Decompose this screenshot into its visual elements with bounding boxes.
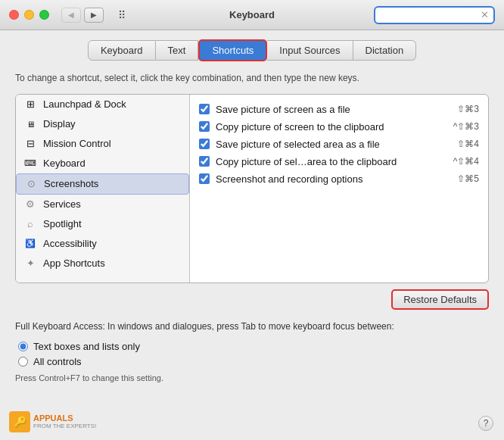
left-panel-label: Screenshots bbox=[44, 178, 98, 189]
left-panel-label: Services bbox=[43, 198, 81, 210]
tab-dictation[interactable]: Dictation bbox=[353, 40, 417, 61]
back-button[interactable]: ◀ bbox=[61, 8, 81, 23]
left-panel-item-spotlight[interactable]: Spotlight bbox=[16, 214, 189, 234]
shortcut-label-1: Copy picture of screen to the clipboard bbox=[216, 121, 447, 133]
logo-icon: 🔑 bbox=[14, 416, 26, 428]
minimize-button[interactable] bbox=[24, 10, 34, 20]
tab-text[interactable]: Text bbox=[156, 40, 199, 61]
keyboard-access-text: Full Keyboard Access: In windows and dia… bbox=[15, 320, 489, 333]
shortcut-row-3: Copy picture of sel…area to the clipboar… bbox=[198, 153, 481, 170]
close-button[interactable] bbox=[9, 10, 19, 20]
shortcut-checkbox-1[interactable] bbox=[199, 121, 210, 132]
left-panel-item-services[interactable]: Services bbox=[16, 195, 189, 214]
shortcut-row-0: Save picture of screen as a file⇧⌘3 bbox=[198, 101, 481, 118]
nav-buttons: ◀ ▶ bbox=[61, 8, 104, 23]
window-title: Keyboard bbox=[229, 9, 275, 20]
shortcut-row-2: Save picture of selected area as a file⇧… bbox=[198, 136, 481, 153]
description-text: To change a shortcut, select it, click t… bbox=[15, 72, 489, 85]
accessibility-icon bbox=[23, 237, 37, 251]
shortcut-label-2: Save picture of selected area as a file bbox=[216, 139, 451, 150]
help-button[interactable]: ? bbox=[478, 416, 493, 431]
spotlight-icon bbox=[23, 217, 37, 231]
shortcut-keys-0: ⇧⌘3 bbox=[457, 104, 479, 114]
forward-button[interactable]: ▶ bbox=[84, 8, 104, 23]
radio-label-text-boxes: Text boxes and lists only bbox=[33, 341, 140, 352]
grid-button[interactable]: ⠿ bbox=[114, 8, 129, 23]
tab-shortcuts[interactable]: Shortcuts bbox=[198, 39, 267, 61]
tab-input-sources[interactable]: Input Sources bbox=[267, 40, 353, 61]
tab-keyboard[interactable]: Keyboard bbox=[88, 40, 156, 61]
split-area: Launchpad & DockDisplayMission ControlKe… bbox=[15, 94, 489, 283]
left-panel-label: Display bbox=[43, 118, 76, 130]
radio-label-all-controls: All controls bbox=[33, 356, 82, 367]
left-panel-label: Keyboard bbox=[43, 158, 86, 169]
shortcut-label-4: Screenshot and recording options bbox=[216, 173, 451, 185]
brand-name: APPUALS bbox=[33, 413, 96, 423]
search-input[interactable] bbox=[380, 10, 478, 20]
tabs: Keyboard Text Shortcuts Input Sources Di… bbox=[15, 39, 489, 61]
shortcut-checkbox-3[interactable] bbox=[199, 156, 210, 167]
mission-icon bbox=[23, 137, 37, 151]
shortcut-keys-4: ⇧⌘5 bbox=[457, 173, 479, 184]
maximize-button[interactable] bbox=[39, 10, 49, 20]
shortcut-label-0: Save picture of screen as a file bbox=[216, 104, 451, 115]
radio-item-text-boxes: Text boxes and lists only bbox=[18, 341, 489, 352]
shortcut-row-1: Copy picture of screen to the clipboard^… bbox=[198, 118, 481, 136]
left-panel-item-mission[interactable]: Mission Control bbox=[16, 134, 189, 154]
logo-box: 🔑 bbox=[9, 411, 30, 432]
left-panel-label: App Shortcuts bbox=[43, 257, 105, 269]
left-panel-label: Spotlight bbox=[43, 218, 82, 229]
left-panel-item-launchpad[interactable]: Launchpad & Dock bbox=[16, 95, 189, 114]
search-box[interactable]: ✕ bbox=[374, 6, 495, 24]
shortcut-checkbox-4[interactable] bbox=[199, 173, 210, 184]
footer: 🔑 APPUALS FROM THE EXPERTS! bbox=[9, 411, 96, 432]
titlebar: ◀ ▶ ⠿ Keyboard ✕ bbox=[0, 0, 504, 30]
restore-defaults-button[interactable]: Restore Defaults bbox=[391, 289, 489, 310]
left-panel-label: Mission Control bbox=[43, 138, 111, 149]
radio-group: Text boxes and lists onlyAll controls bbox=[18, 341, 489, 367]
left-panel-label: Launchpad & Dock bbox=[43, 98, 126, 110]
search-clear-icon[interactable]: ✕ bbox=[481, 9, 489, 20]
shortcut-checkbox-2[interactable] bbox=[199, 139, 210, 149]
bottom-area: Full Keyboard Access: In windows and dia… bbox=[15, 320, 489, 382]
screenshot-icon bbox=[24, 177, 38, 191]
left-panel-item-app-shortcuts[interactable]: App Shortcuts bbox=[16, 254, 189, 273]
radio-item-all-controls: All controls bbox=[18, 356, 489, 367]
restore-area: Restore Defaults bbox=[15, 289, 489, 310]
radio-all-controls[interactable] bbox=[18, 357, 28, 367]
appshortcuts-icon bbox=[23, 257, 37, 270]
left-panel-item-display[interactable]: Display bbox=[16, 114, 189, 134]
window-content: Keyboard Text Shortcuts Input Sources Di… bbox=[0, 30, 504, 390]
shortcut-keys-2: ⇧⌘4 bbox=[457, 139, 479, 149]
keyboard-icon bbox=[23, 157, 37, 170]
shortcut-checkbox-0[interactable] bbox=[199, 104, 210, 114]
logo-tagline: FROM THE EXPERTS! bbox=[33, 423, 96, 430]
left-panel: Launchpad & DockDisplayMission ControlKe… bbox=[16, 95, 190, 282]
traffic-lights bbox=[9, 10, 49, 20]
services-icon bbox=[23, 198, 37, 211]
display-icon bbox=[23, 117, 37, 131]
shortcut-keys-3: ^⇧⌘4 bbox=[453, 156, 479, 167]
left-panel-item-keyboard[interactable]: Keyboard bbox=[16, 154, 189, 173]
left-panel-item-accessibility[interactable]: Accessibility bbox=[16, 234, 189, 254]
right-panel: Save picture of screen as a file⇧⌘3Copy … bbox=[190, 95, 488, 282]
shortcut-keys-1: ^⇧⌘3 bbox=[453, 121, 479, 132]
press-note: Press Control+F7 to change this setting. bbox=[15, 373, 489, 382]
shortcut-row-4: Screenshot and recording options⇧⌘5 bbox=[198, 170, 481, 188]
left-panel-label: Accessibility bbox=[43, 238, 97, 249]
launchpad-icon bbox=[23, 98, 37, 111]
left-panel-item-screenshots[interactable]: Screenshots bbox=[16, 173, 189, 195]
shortcut-label-3: Copy picture of sel…area to the clipboar… bbox=[216, 156, 447, 167]
radio-text-boxes[interactable] bbox=[18, 342, 28, 351]
